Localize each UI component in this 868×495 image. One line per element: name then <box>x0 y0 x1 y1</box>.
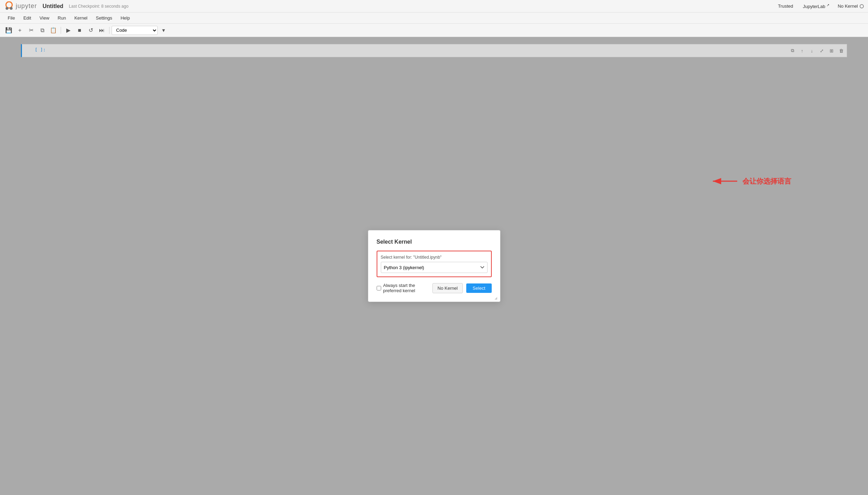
svg-point-2 <box>10 7 13 10</box>
cell-type-dropdown[interactable]: Code Markdown Raw NBConvert <box>112 26 158 35</box>
resize-handle[interactable]: ◢ <box>495 296 499 300</box>
main-layout: jupyter Untitled Last Checkpoint: 8 seco… <box>0 0 868 495</box>
checkpoint-text: Last Checkpoint: 8 seconds ago <box>69 4 129 9</box>
kernel-dropdown[interactable]: Python 3 (ipykernel) <box>381 262 488 273</box>
always-start-checkbox: Always start the preferred kernel <box>377 283 429 293</box>
cell-type-chevron[interactable]: ▾ <box>158 25 169 35</box>
kernel-select-box: Select kernel for: "Untitled.ipynb" Pyth… <box>377 251 492 277</box>
toolbar-sep-1 <box>61 27 61 34</box>
copy-button[interactable]: ⧉ <box>37 25 47 35</box>
toolbar: 💾 + ✂ ⧉ 📋 ▶ ■ ↺ ⏭ Code Markdown Raw NBCo… <box>0 24 868 37</box>
always-start-label: Always start the preferred kernel <box>383 283 429 293</box>
menubar: File Edit View Run Kernel Settings Help <box>0 13 868 24</box>
run-button[interactable]: ▶ <box>63 25 74 35</box>
no-kernel-button[interactable]: No Kernel <box>432 283 463 293</box>
menu-help[interactable]: Help <box>117 14 134 22</box>
menu-run[interactable]: Run <box>54 14 69 22</box>
jupyter-logo: jupyter <box>4 1 37 11</box>
menu-edit[interactable]: Edit <box>20 14 35 22</box>
restart-run-button[interactable]: ⏭ <box>97 25 107 35</box>
jupyterlab-link[interactable]: JupyterLab ↗ <box>803 3 829 9</box>
menu-kernel[interactable]: Kernel <box>71 14 91 22</box>
kernel-select-label: Select kernel for: "Untitled.ipynb" <box>381 255 488 260</box>
trusted-label: Trusted <box>778 3 793 9</box>
kernel-status-icon <box>860 4 864 8</box>
always-start-input[interactable] <box>377 286 381 290</box>
dialog-overlay: Select Kernel Select kernel for: "Untitl… <box>0 37 868 495</box>
svg-point-1 <box>6 7 8 10</box>
save-button[interactable]: 💾 <box>3 25 14 35</box>
jupyter-text: jupyter <box>16 2 37 10</box>
topbar: jupyter Untitled Last Checkpoint: 8 seco… <box>0 0 868 13</box>
jupyter-logo-icon <box>4 1 14 11</box>
stop-button[interactable]: ■ <box>74 25 85 35</box>
dialog-footer: Always start the preferred kernel No Ker… <box>377 283 492 293</box>
annotation: 会让你选择语言 <box>711 176 791 186</box>
select-button[interactable]: Select <box>466 283 491 293</box>
paste-button[interactable]: 📋 <box>48 25 59 35</box>
restart-button[interactable]: ↺ <box>85 25 96 35</box>
toolbar-sep-2 <box>109 27 110 34</box>
select-kernel-dialog: Select Kernel Select kernel for: "Untitl… <box>368 230 500 302</box>
menu-file[interactable]: File <box>4 14 18 22</box>
menu-settings[interactable]: Settings <box>92 14 116 22</box>
cut-button[interactable]: ✂ <box>26 25 36 35</box>
no-kernel-indicator: No Kernel <box>838 3 864 9</box>
notebook-title: Untitled <box>43 3 63 9</box>
content-area: [ ]: ⧉ ↑ ↓ ⤢ ⊞ 🗑 Select Kernel Select ke… <box>0 37 868 495</box>
add-cell-button[interactable]: + <box>15 25 25 35</box>
menu-view[interactable]: View <box>36 14 53 22</box>
annotation-arrow <box>711 176 739 186</box>
annotation-text: 会让你选择语言 <box>742 177 791 186</box>
dialog-title: Select Kernel <box>377 239 492 245</box>
